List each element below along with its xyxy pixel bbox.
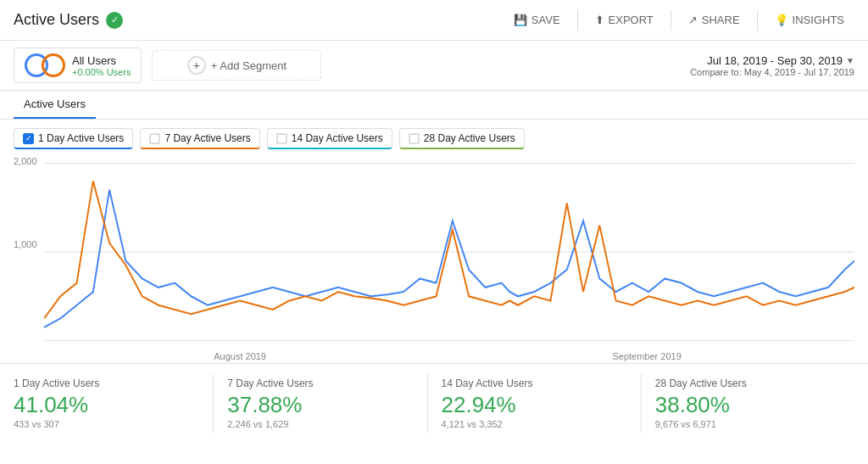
divider-2 [670,10,671,31]
segments-bar: All Users +0.00% Users + + Add Segment J… [0,41,868,91]
metric-28day-compare: 9,676 vs 6,971 [655,419,841,429]
checkbox-7-day[interactable]: 7 Day Active Users [140,128,259,149]
segments-left: All Users +0.00% Users + + Add Segment [14,48,321,83]
header-actions: 💾 SAVE ⬆ EXPORT ↗ SHARE 💡 INSIGHTS [504,8,854,31]
share-button[interactable]: ↗ SHARE [678,8,750,31]
header: Active Users ✓ 💾 SAVE ⬆ EXPORT ↗ SHARE 💡… [0,0,868,41]
export-label: EXPORT [609,14,654,26]
x-label-september: September 2019 [612,351,681,361]
date-range: Jul 18, 2019 - Sep 30, 2019 ▼ Compare to… [690,54,854,77]
share-label: SHARE [702,14,740,26]
metric-14day-value: 22.94% [442,393,627,417]
insights-button[interactable]: 💡 INSIGHTS [765,8,854,31]
checkbox-28-day[interactable]: 28 Day Active Users [399,128,525,149]
checkbox-1-day-label: 1 Day Active Users [38,132,124,144]
dropdown-arrow-icon[interactable]: ▼ [846,56,854,65]
add-segment-button[interactable]: + + Add Segment [152,50,321,81]
metric-28day-name: 28 Day Active Users [655,377,841,389]
y-label-2000: 2,000 [14,156,37,166]
tabs-bar: Active Users [0,91,868,120]
segment-chip-all-users[interactable]: All Users +0.00% Users [14,48,142,83]
x-label-august: August 2019 [214,351,266,361]
page-title: Active Users [14,11,99,29]
divider-3 [757,10,758,31]
verified-icon: ✓ [106,12,123,29]
segment-circles [25,53,65,77]
add-circle-icon: + [187,56,206,75]
save-label: SAVE [531,14,560,26]
chart-section: ✓ 1 Day Active Users 7 Day Active Users … [0,120,868,363]
segment-label: All Users [72,54,131,67]
checkbox-1-day[interactable]: ✓ 1 Day Active Users [14,128,133,149]
checkbox-28-day-box [409,133,420,144]
metric-block-28day: 28 Day Active Users 38.80% 9,676 vs 6,97… [642,374,854,433]
metric-7day-name: 7 Day Active Users [227,377,413,389]
checkbox-7-day-label: 7 Day Active Users [164,132,250,144]
add-segment-label: + Add Segment [211,59,287,72]
metric-7day-compare: 2,246 vs 1,629 [227,419,413,429]
date-range-text: Jul 18, 2019 - Sep 30, 2019 [707,54,843,67]
divider-1 [577,10,578,31]
save-icon: 💾 [514,14,527,26]
checkbox-7-day-box [149,133,160,144]
circle-orange [42,53,65,77]
segment-sublabel: +0.00% Users [72,67,131,77]
export-button[interactable]: ⬆ EXPORT [585,8,664,31]
checkbox-14-day-box [276,133,287,144]
insights-label: INSIGHTS [793,14,844,26]
checkboxes-row: ✓ 1 Day Active Users 7 Day Active Users … [14,120,854,154]
metric-1day-name: 1 Day Active Users [14,377,199,389]
metric-block-1day: 1 Day Active Users 41.04% 433 vs 307 [14,374,214,433]
header-left: Active Users ✓ [14,11,123,29]
x-labels: August 2019 September 2019 [41,349,854,363]
metric-14day-compare: 4,121 vs 3,352 [442,419,627,429]
tab-active-users[interactable]: Active Users [14,91,96,119]
metric-block-7day: 7 Day Active Users 37.88% 2,246 vs 1,629 [214,374,427,433]
metric-block-14day: 14 Day Active Users 22.94% 4,121 vs 3,35… [428,374,642,433]
metric-7day-value: 37.88% [227,393,413,417]
metric-28day-value: 38.80% [655,393,841,417]
insights-icon: 💡 [775,14,788,26]
metric-1day-value: 41.04% [14,393,199,417]
export-icon: ⬆ [595,14,604,26]
metric-14day-name: 14 Day Active Users [442,377,627,389]
checkbox-28-day-label: 28 Day Active Users [424,132,515,144]
checkbox-14-day-label: 14 Day Active Users [292,132,383,144]
segment-info: All Users +0.00% Users [72,54,131,77]
date-range-compare: Compare to: May 4, 2019 - Jul 17, 2019 [690,67,854,77]
chart-svg [44,154,854,349]
metrics-row: 1 Day Active Users 41.04% 433 vs 307 7 D… [0,363,868,443]
y-label-1000: 1,000 [14,239,37,249]
metric-1day-compare: 433 vs 307 [14,419,199,429]
chart-line-orange [44,181,854,318]
save-button[interactable]: 💾 SAVE [504,8,570,31]
share-icon: ↗ [688,14,698,26]
date-range-main: Jul 18, 2019 - Sep 30, 2019 ▼ [690,54,854,67]
checkbox-14-day[interactable]: 14 Day Active Users [267,128,392,149]
checkbox-1-day-box: ✓ [23,133,34,144]
chart-area: 2,000 1,000 [14,154,854,349]
